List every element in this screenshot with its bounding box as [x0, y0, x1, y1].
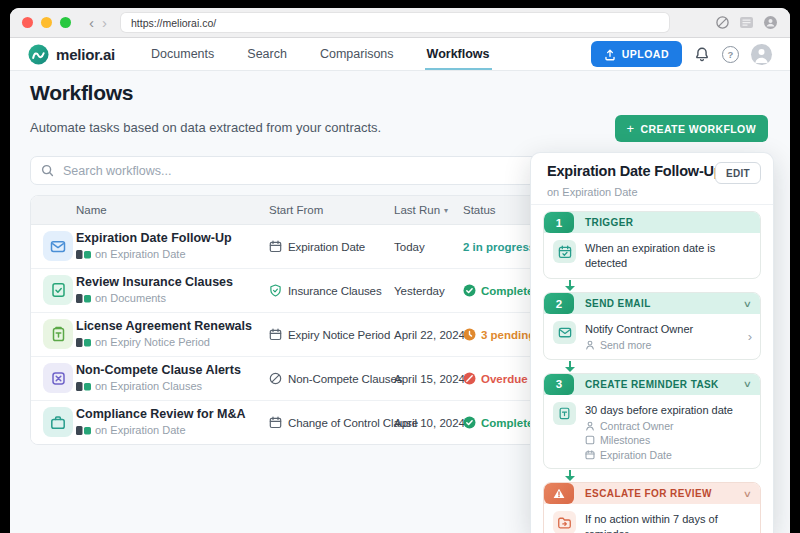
nav-item-workflows[interactable]: Workflows	[427, 38, 490, 70]
upload-button[interactable]: UPLOAD	[591, 41, 682, 67]
upload-icon	[604, 48, 616, 61]
help-icon[interactable]: ?	[722, 46, 739, 63]
envelope-icon	[553, 321, 576, 344]
step-number-badge: 3	[544, 374, 574, 395]
workflow-source: on Expiration Date	[76, 248, 186, 260]
workflow-name: Review Insurance Clauses	[76, 275, 233, 289]
step-header[interactable]: 1 TRIGGER	[544, 212, 760, 233]
brand[interactable]: melior.ai	[28, 44, 115, 65]
workflow-name: License Agreement Renewals	[76, 319, 252, 333]
brand-name: melior.ai	[56, 46, 115, 63]
column-last-run[interactable]: Last Run▾	[394, 196, 448, 224]
workflow-source: on Expiration Date	[76, 424, 186, 436]
page-content: Workflows Automate tasks based on data e…	[10, 71, 790, 533]
workflow-source: on Expiration Clauses	[76, 380, 202, 392]
briefcase-icon	[43, 407, 73, 437]
step-header[interactable]: 3 CREATE REMINDER TASK ∨	[544, 374, 760, 395]
edit-button[interactable]: EDIT	[715, 162, 761, 184]
workflow-source: on Documents	[76, 292, 166, 304]
step-send-email: 2 SEND EMAIL ∨ Notify Contract Owner S	[543, 292, 761, 360]
user-avatar[interactable]	[751, 44, 772, 65]
step-detail[interactable]: Notify Contract Owner Send more ›	[544, 314, 760, 359]
divider	[531, 204, 773, 205]
step-header[interactable]: ESCALATE FOR REVIEW ∨	[544, 483, 760, 504]
clock-icon	[463, 328, 476, 341]
step-escalate-for-review: ESCALATE FOR REVIEW ∨ If no action withi…	[543, 482, 761, 533]
person-icon	[585, 340, 595, 350]
nav-item-comparisons[interactable]: Comparisons	[320, 38, 394, 70]
query-icon	[76, 294, 91, 303]
create-workflow-button[interactable]: + CREATE WORKFLOW	[615, 115, 768, 142]
folder-icon	[553, 511, 576, 533]
page-title: Workflows	[30, 81, 133, 105]
step-header[interactable]: 2 SEND EMAIL ∨	[544, 293, 760, 314]
workflow-detail-panel: Expiration Date Follow-Up EDIT on Expira…	[530, 152, 774, 533]
check-circle-icon	[463, 284, 476, 297]
query-icon	[76, 382, 91, 391]
chevron-down-icon[interactable]: ∨	[743, 489, 752, 499]
check-circle-icon	[463, 416, 476, 429]
workflow-name: Expiration Date Follow-Up	[76, 231, 232, 245]
url-text: https://meliorai.co/	[131, 17, 216, 29]
column-name: Name	[76, 196, 107, 224]
nav-item-documents[interactable]: Documents	[151, 38, 214, 70]
forward-icon[interactable]: ›	[102, 15, 107, 30]
calendar-icon	[269, 240, 282, 253]
address-bar[interactable]: https://meliorai.co/	[121, 13, 669, 32]
melior-logo-icon	[28, 44, 49, 65]
calendar-icon	[585, 450, 595, 460]
calendar-icon	[269, 416, 282, 429]
shield-icon	[269, 284, 282, 297]
back-icon[interactable]: ‹	[89, 15, 94, 30]
query-icon	[76, 338, 91, 347]
chevron-right-icon[interactable]: ›	[748, 329, 752, 344]
minimize-window-button[interactable]	[41, 17, 52, 28]
chevron-down-icon[interactable]: ∨	[743, 299, 752, 309]
bell-icon[interactable]	[694, 46, 710, 63]
nav-links: Documents Search Comparisons Workflows	[151, 38, 489, 70]
overdue-circle-icon	[463, 372, 476, 385]
status-badge: 3 pending	[463, 313, 535, 356]
column-start-from: Start From	[269, 196, 323, 224]
step-create-reminder-task: 3 CREATE REMINDER TASK ∨ 30 days before …	[543, 373, 761, 470]
non-compete-icon	[43, 363, 73, 393]
step-trigger: 1 TRIGGER When an expiration date is det…	[543, 211, 761, 279]
chevron-down-icon[interactable]: ∨	[743, 379, 752, 389]
app-navbar: melior.ai Documents Search Comparisons W…	[10, 38, 790, 71]
person-icon	[585, 421, 595, 431]
envelope-icon	[43, 231, 73, 261]
page-subtitle: Automate tasks based on data extracted f…	[30, 120, 381, 135]
workflow-steps: 1 TRIGGER When an expiration date is det…	[543, 211, 761, 533]
status-badge: 2 in progress	[463, 225, 535, 268]
circle-slash-icon	[269, 372, 282, 385]
step-number-badge: 2	[544, 293, 574, 314]
reader-icon[interactable]	[739, 16, 754, 29]
workflow-source: on Expiry Notice Period	[76, 336, 210, 348]
calendar-icon	[269, 328, 282, 341]
document-check-icon	[43, 275, 73, 305]
workflow-name: Non-Compete Clause Alerts	[76, 363, 241, 377]
search-icon	[41, 164, 54, 177]
browser-profile-icon[interactable]	[763, 15, 778, 30]
flow-arrow-icon	[543, 279, 761, 292]
window-controls	[22, 17, 71, 28]
task-icon	[553, 402, 576, 425]
zoom-window-button[interactable]	[60, 17, 71, 28]
nav-item-search[interactable]: Search	[247, 38, 287, 70]
checkbox-icon	[585, 435, 595, 445]
close-window-button[interactable]	[22, 17, 33, 28]
sort-icon: ▾	[444, 206, 448, 215]
step-number-badge: 1	[544, 212, 574, 233]
status-badge: Complete	[463, 401, 533, 444]
flow-arrow-icon	[543, 469, 761, 482]
status-badge: Complete	[463, 269, 533, 312]
browser-chrome: ‹ › https://meliorai.co/	[10, 8, 790, 38]
calendar-check-icon	[553, 240, 576, 263]
query-icon	[76, 426, 91, 435]
query-icon	[76, 250, 91, 259]
warning-icon	[544, 483, 574, 504]
browser-shield-icon[interactable]	[715, 15, 730, 30]
panel-subtitle: on Expiration Date	[547, 186, 638, 198]
status-badge: Overdue	[463, 357, 528, 400]
plus-icon: +	[627, 121, 635, 136]
